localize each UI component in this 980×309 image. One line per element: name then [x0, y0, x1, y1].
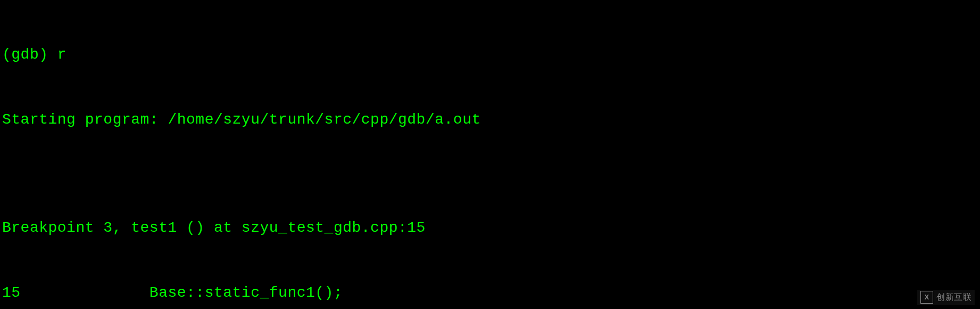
terminal-line: 15 Base::static_func1();	[2, 282, 978, 304]
terminal-line: Starting program: /home/szyu/trunk/src/c…	[2, 109, 978, 131]
terminal-line: Breakpoint 3, test1 () at szyu_test_gdb.…	[2, 217, 978, 239]
watermark-text: 创新互联	[936, 291, 971, 303]
watermark-icon-text: X	[924, 292, 929, 303]
watermark-icon: X	[920, 291, 933, 304]
watermark: X 创新互联	[917, 290, 975, 305]
terminal-line: (gdb) r	[2, 44, 978, 66]
terminal-output[interactable]: (gdb) r Starting program: /home/szyu/tru…	[2, 1, 978, 309]
